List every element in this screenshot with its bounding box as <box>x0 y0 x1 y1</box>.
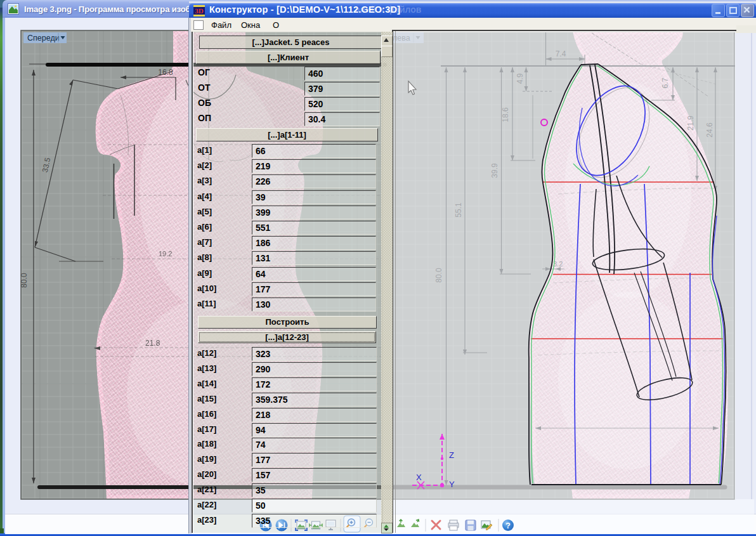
svg-text:Z: Z <box>449 450 454 460</box>
svg-text:X: X <box>416 473 422 482</box>
svg-text:Y: Y <box>449 480 455 489</box>
svg-text:?: ? <box>505 521 511 530</box>
